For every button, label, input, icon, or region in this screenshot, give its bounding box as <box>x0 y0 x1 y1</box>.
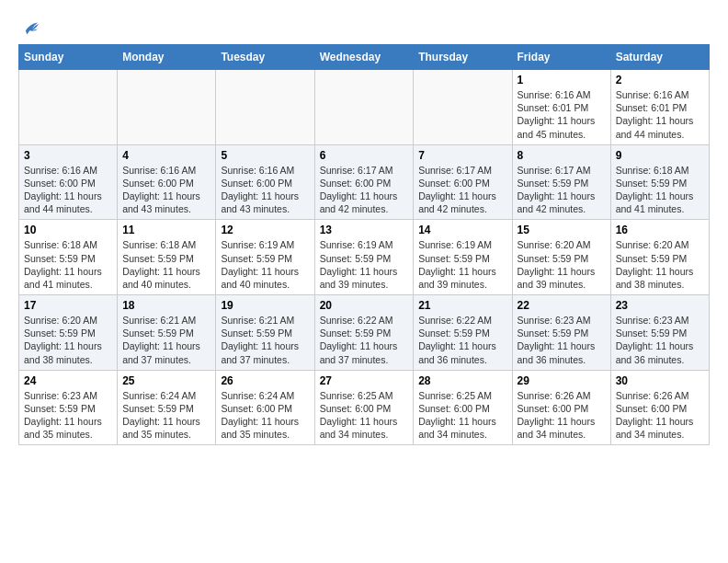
day-info: Sunrise: 6:21 AM Sunset: 5:59 PM Dayligh… <box>122 314 210 366</box>
day-number: 27 <box>320 374 409 387</box>
calendar-cell <box>19 70 118 145</box>
day-info: Sunrise: 6:23 AM Sunset: 5:59 PM Dayligh… <box>24 389 112 442</box>
day-info: Sunrise: 6:16 AM Sunset: 6:01 PM Dayligh… <box>616 88 704 141</box>
day-info: Sunrise: 6:20 AM Sunset: 5:59 PM Dayligh… <box>616 238 704 291</box>
calendar-cell: 27Sunrise: 6:25 AM Sunset: 6:00 PM Dayli… <box>314 370 414 445</box>
calendar-cell: 14Sunrise: 6:19 AM Sunset: 5:59 PM Dayli… <box>414 220 512 295</box>
calendar-cell: 22Sunrise: 6:23 AM Sunset: 5:59 PM Dayli… <box>512 295 610 371</box>
calendar-header-row: SundayMondayTuesdayWednesdayThursdayFrid… <box>19 45 710 70</box>
day-info: Sunrise: 6:16 AM Sunset: 6:00 PM Dayligh… <box>221 164 309 216</box>
day-number: 10 <box>24 224 112 236</box>
calendar-week-4: 17Sunrise: 6:20 AM Sunset: 5:59 PM Dayli… <box>19 295 710 371</box>
day-info: Sunrise: 6:16 AM Sunset: 6:00 PM Dayligh… <box>24 164 112 216</box>
weekday-header-sunday: Sunday <box>19 45 118 70</box>
calendar-cell: 25Sunrise: 6:24 AM Sunset: 5:59 PM Dayli… <box>118 370 216 445</box>
logo <box>18 18 40 35</box>
calendar-cell: 30Sunrise: 6:26 AM Sunset: 6:00 PM Dayli… <box>610 370 709 445</box>
day-info: Sunrise: 6:24 AM Sunset: 5:59 PM Dayligh… <box>122 389 210 442</box>
day-number: 24 <box>24 374 112 387</box>
day-number: 26 <box>221 374 309 387</box>
calendar-table: SundayMondayTuesdayWednesdayThursdayFrid… <box>18 44 710 445</box>
day-info: Sunrise: 6:23 AM Sunset: 5:59 PM Dayligh… <box>616 314 704 366</box>
calendar-cell: 13Sunrise: 6:19 AM Sunset: 5:59 PM Dayli… <box>314 220 414 295</box>
day-info: Sunrise: 6:24 AM Sunset: 6:00 PM Dayligh… <box>221 389 309 442</box>
day-number: 4 <box>122 149 210 162</box>
day-number: 6 <box>320 149 409 162</box>
day-number: 30 <box>616 374 704 387</box>
calendar-cell: 7Sunrise: 6:17 AM Sunset: 6:00 PM Daylig… <box>414 144 512 220</box>
day-info: Sunrise: 6:26 AM Sunset: 6:00 PM Dayligh… <box>518 389 606 442</box>
day-info: Sunrise: 6:21 AM Sunset: 5:59 PM Dayligh… <box>221 314 309 366</box>
day-number: 29 <box>518 374 606 387</box>
day-info: Sunrise: 6:17 AM Sunset: 5:59 PM Dayligh… <box>518 164 606 216</box>
calendar-cell: 18Sunrise: 6:21 AM Sunset: 5:59 PM Dayli… <box>118 295 216 371</box>
day-info: Sunrise: 6:17 AM Sunset: 6:00 PM Dayligh… <box>320 164 409 216</box>
day-number: 8 <box>518 149 606 162</box>
day-number: 22 <box>518 299 606 312</box>
calendar-cell: 29Sunrise: 6:26 AM Sunset: 6:00 PM Dayli… <box>512 370 610 445</box>
day-number: 2 <box>616 74 704 86</box>
weekday-header-wednesday: Wednesday <box>314 45 414 70</box>
calendar-cell: 10Sunrise: 6:18 AM Sunset: 5:59 PM Dayli… <box>19 220 118 295</box>
calendar-cell: 1Sunrise: 6:16 AM Sunset: 6:01 PM Daylig… <box>512 70 610 145</box>
weekday-header-tuesday: Tuesday <box>216 45 314 70</box>
calendar-cell: 12Sunrise: 6:19 AM Sunset: 5:59 PM Dayli… <box>216 220 314 295</box>
day-number: 18 <box>122 299 210 312</box>
day-info: Sunrise: 6:25 AM Sunset: 6:00 PM Dayligh… <box>320 389 409 442</box>
calendar-cell: 15Sunrise: 6:20 AM Sunset: 5:59 PM Dayli… <box>512 220 610 295</box>
calendar-cell: 9Sunrise: 6:18 AM Sunset: 5:59 PM Daylig… <box>610 144 709 220</box>
day-info: Sunrise: 6:17 AM Sunset: 6:00 PM Dayligh… <box>418 164 506 216</box>
day-number: 17 <box>24 299 112 312</box>
day-number: 1 <box>518 74 606 86</box>
day-info: Sunrise: 6:19 AM Sunset: 5:59 PM Dayligh… <box>418 238 506 291</box>
day-number: 5 <box>221 149 309 162</box>
calendar-week-2: 3Sunrise: 6:16 AM Sunset: 6:00 PM Daylig… <box>19 144 710 220</box>
calendar-cell: 8Sunrise: 6:17 AM Sunset: 5:59 PM Daylig… <box>512 144 610 220</box>
day-number: 15 <box>518 224 606 236</box>
day-info: Sunrise: 6:19 AM Sunset: 5:59 PM Dayligh… <box>320 238 409 291</box>
calendar-cell <box>118 70 216 145</box>
calendar-cell: 19Sunrise: 6:21 AM Sunset: 5:59 PM Dayli… <box>216 295 314 371</box>
calendar-cell: 20Sunrise: 6:22 AM Sunset: 5:59 PM Dayli… <box>314 295 414 371</box>
calendar-cell: 4Sunrise: 6:16 AM Sunset: 6:00 PM Daylig… <box>118 144 216 220</box>
weekday-header-monday: Monday <box>118 45 216 70</box>
day-number: 7 <box>418 149 506 162</box>
day-info: Sunrise: 6:18 AM Sunset: 5:59 PM Dayligh… <box>122 238 210 291</box>
calendar-cell: 3Sunrise: 6:16 AM Sunset: 6:00 PM Daylig… <box>19 144 118 220</box>
calendar-cell <box>314 70 414 145</box>
day-info: Sunrise: 6:16 AM Sunset: 6:01 PM Dayligh… <box>518 88 606 141</box>
calendar-week-3: 10Sunrise: 6:18 AM Sunset: 5:59 PM Dayli… <box>19 220 710 295</box>
day-info: Sunrise: 6:20 AM Sunset: 5:59 PM Dayligh… <box>24 314 112 366</box>
page-header <box>18 18 710 35</box>
day-number: 16 <box>616 224 704 236</box>
day-info: Sunrise: 6:25 AM Sunset: 6:00 PM Dayligh… <box>418 389 506 442</box>
calendar-cell: 6Sunrise: 6:17 AM Sunset: 6:00 PM Daylig… <box>314 144 414 220</box>
calendar-cell: 2Sunrise: 6:16 AM Sunset: 6:01 PM Daylig… <box>610 70 709 145</box>
weekday-header-friday: Friday <box>512 45 610 70</box>
weekday-header-saturday: Saturday <box>610 45 709 70</box>
day-info: Sunrise: 6:18 AM Sunset: 5:59 PM Dayligh… <box>24 238 112 291</box>
day-info: Sunrise: 6:22 AM Sunset: 5:59 PM Dayligh… <box>320 314 409 366</box>
calendar-cell: 26Sunrise: 6:24 AM Sunset: 6:00 PM Dayli… <box>216 370 314 445</box>
day-info: Sunrise: 6:22 AM Sunset: 5:59 PM Dayligh… <box>418 314 506 366</box>
calendar-week-1: 1Sunrise: 6:16 AM Sunset: 6:01 PM Daylig… <box>19 70 710 145</box>
calendar-week-5: 24Sunrise: 6:23 AM Sunset: 5:59 PM Dayli… <box>19 370 710 445</box>
calendar-cell: 17Sunrise: 6:20 AM Sunset: 5:59 PM Dayli… <box>19 295 118 371</box>
day-number: 23 <box>616 299 704 312</box>
calendar-cell: 11Sunrise: 6:18 AM Sunset: 5:59 PM Dayli… <box>118 220 216 295</box>
calendar-cell <box>216 70 314 145</box>
day-number: 25 <box>122 374 210 387</box>
day-number: 14 <box>418 224 506 236</box>
day-number: 11 <box>122 224 210 236</box>
day-number: 21 <box>418 299 506 312</box>
logo-bird-icon <box>20 18 40 39</box>
day-number: 19 <box>221 299 309 312</box>
day-number: 13 <box>320 224 409 236</box>
day-info: Sunrise: 6:23 AM Sunset: 5:59 PM Dayligh… <box>518 314 606 366</box>
day-number: 28 <box>418 374 506 387</box>
day-number: 9 <box>616 149 704 162</box>
calendar-cell: 5Sunrise: 6:16 AM Sunset: 6:00 PM Daylig… <box>216 144 314 220</box>
day-number: 20 <box>320 299 409 312</box>
day-info: Sunrise: 6:20 AM Sunset: 5:59 PM Dayligh… <box>518 238 606 291</box>
day-info: Sunrise: 6:19 AM Sunset: 5:59 PM Dayligh… <box>221 238 309 291</box>
